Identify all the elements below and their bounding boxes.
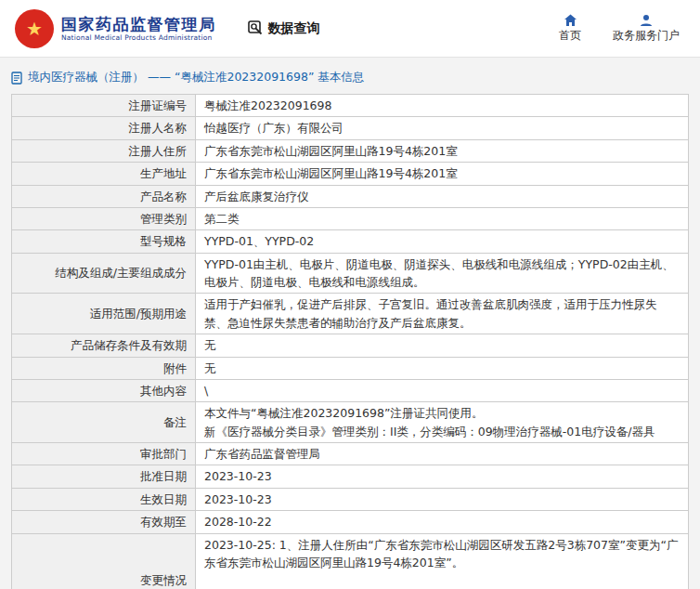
field-value: 第二类 (196, 207, 689, 229)
field-value: 本文件与“粤械注准20232091698”注册证共同使用。 新《医疗器械分类目录… (196, 402, 689, 443)
field-label: 型号规格 (12, 230, 196, 253)
row-storage-conditions: 产品储存条件及有效期 无 (12, 334, 689, 357)
row-approval-department: 审批部门 广东省药品监督管理局 (12, 443, 689, 465)
row-approval-date: 批准日期 2023-10-23 (12, 465, 689, 488)
field-value: 2028-10-22 (196, 511, 689, 533)
home-icon (564, 14, 577, 27)
field-value: 产后盆底康复治疗仪 (196, 185, 689, 207)
document-icon (11, 72, 22, 85)
field-value: \ (196, 379, 689, 401)
nav-data-query[interactable]: 数据查询 (248, 20, 320, 37)
field-value: 无 (196, 334, 689, 357)
field-value: 2023-10-23 (196, 488, 689, 510)
field-label: 生效日期 (12, 488, 196, 510)
field-value: 粤械注准20232091698 (196, 95, 689, 117)
row-registrant-address: 注册人住所 广东省东莞市松山湖园区阿里山路19号4栋201室 (12, 139, 689, 162)
nav-home-label: 首页 (559, 29, 581, 42)
field-value: YYPD-01由主机、电极片、阴道电极、阴道探头、电极线和电源线组成；YYPD-… (196, 253, 689, 294)
nav-portal[interactable]: 政务服务门户 (613, 14, 680, 42)
field-label: 管理类别 (12, 207, 196, 229)
row-remarks: 备注 本文件与“粤械注准20232091698”注册证共同使用。 新《医疗器械分… (12, 402, 689, 443)
row-model-spec: 型号规格 YYPD-01、YYPD-02 (12, 230, 689, 253)
field-value: 2023-10-25: 1、注册人住所由“广东省东莞市松山湖园区研发五路2号3栋… (196, 533, 689, 589)
field-label: 注册人名称 (12, 117, 196, 139)
field-label: 适用范围/预期用途 (12, 294, 196, 334)
row-management-class: 管理类别 第二类 (12, 207, 689, 229)
field-value: 广东省东莞市松山湖园区阿里山路19号4栋201室 (196, 139, 689, 162)
row-production-address: 生产地址 广东省东莞市松山湖园区阿里山路19号4栋201室 (12, 163, 689, 185)
field-label: 有效期至 (12, 511, 196, 533)
field-value: 无 (196, 357, 689, 379)
field-label: 结构及组成/主要组成成分 (12, 253, 196, 294)
row-valid-until: 有效期至 2028-10-22 (12, 511, 689, 533)
field-label: 产品名称 (12, 185, 196, 207)
field-label: 注册证编号 (12, 95, 196, 117)
field-value: YYPD-01、YYPD-02 (196, 230, 689, 253)
field-value: 广东省药品监督管理局 (196, 443, 689, 465)
row-registration-number: 注册证编号 粤械注准20232091698 (12, 95, 689, 117)
agency-name-cn: 国家药品监督管理局 (61, 15, 216, 33)
field-label: 审批部门 (12, 443, 196, 465)
data-query-label: 数据查询 (268, 20, 320, 37)
person-icon (640, 14, 653, 27)
field-label: 生产地址 (12, 163, 196, 185)
nav-portal-label: 政务服务门户 (613, 29, 680, 42)
row-change-history: 变更情况 2023-10-25: 1、注册人住所由“广东省东莞市松山湖园区研发五… (12, 533, 689, 589)
row-effective-date: 生效日期 2023-10-23 (12, 488, 689, 510)
field-label: 附件 (12, 357, 196, 379)
field-label: 产品储存条件及有效期 (12, 334, 196, 357)
breadcrumb: 境内医疗器械（注册） —— “粤械注准20232091698” 基本信息 (11, 70, 689, 85)
field-label: 变更情况 (12, 533, 196, 589)
national-emblem-logo: ★ (15, 9, 54, 48)
row-attachments: 附件 无 (12, 357, 689, 379)
agency-name-en: National Medical Products Administration (61, 33, 216, 42)
field-label: 批准日期 (12, 465, 196, 488)
registration-info-table: 注册证编号 粤械注准20232091698 注册人名称 怡越医疗（广东）有限公司… (11, 94, 689, 589)
top-nav: 首页 政务服务门户 (559, 14, 685, 42)
breadcrumb-text: 境内医疗器械（注册） —— “粤械注准20232091698” 基本信息 (28, 70, 364, 85)
field-value: 2023-10-23 (196, 465, 689, 488)
field-label: 备注 (12, 402, 196, 443)
field-label: 注册人住所 (12, 139, 196, 162)
row-other-content: 其他内容 \ (12, 379, 689, 401)
row-product-name: 产品名称 产后盆底康复治疗仪 (12, 185, 689, 207)
field-label: 其他内容 (12, 379, 196, 401)
agency-brand[interactable]: ★ 国家药品监督管理局 National Medical Products Ad… (15, 9, 216, 48)
row-registrant-name: 注册人名称 怡越医疗（广东）有限公司 (12, 117, 689, 139)
row-intended-use: 适用范围/预期用途 适用于产妇催乳，促进产后排尿、子宫复旧。通过改善盆底肌肉强度… (12, 294, 689, 334)
field-value: 适用于产妇催乳，促进产后排尿、子宫复旧。通过改善盆底肌肉强度，适用于压力性尿失禁… (196, 294, 689, 334)
field-value: 怡越医疗（广东）有限公司 (196, 117, 689, 139)
nav-home[interactable]: 首页 (559, 14, 581, 42)
top-header: ★ 国家药品监督管理局 National Medical Products Ad… (0, 0, 700, 58)
row-structure-composition: 结构及组成/主要组成成分 YYPD-01由主机、电极片、阴道电极、阴道探头、电极… (12, 253, 689, 294)
field-value: 广东省东莞市松山湖园区阿里山路19号4栋201室 (196, 163, 689, 185)
search-icon (248, 20, 264, 36)
